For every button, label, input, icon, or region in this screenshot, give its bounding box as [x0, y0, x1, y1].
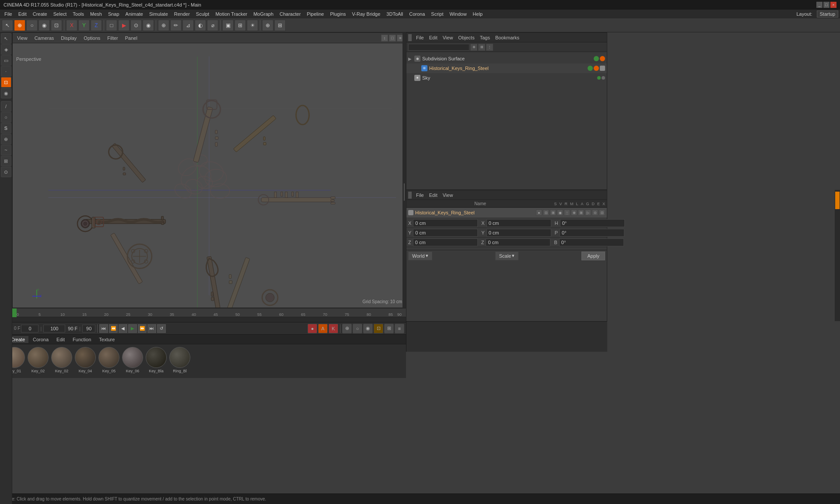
sidebar-mesh-btn[interactable]: ⊞ [1, 156, 11, 166]
coord-z-size[interactable] [486, 238, 550, 246]
mat-function-tab[interactable]: Function [69, 336, 94, 343]
sidebar-spiral-btn[interactable]: ⊕ [1, 134, 11, 144]
menu-simulate[interactable]: Simulate [147, 10, 171, 18]
material-keybla[interactable]: Key_Bla [145, 347, 167, 373]
vp-options-tab[interactable]: Options [81, 35, 103, 42]
minimize-button[interactable]: _ [816, 2, 822, 8]
menu-3dtoall[interactable]: 3DToAll [384, 10, 406, 18]
play-reverse-btn[interactable]: ◀ [119, 324, 127, 333]
attr-flag-8[interactable]: ▷ [585, 210, 591, 216]
menu-mograph[interactable]: MoGraph [251, 10, 276, 18]
scene-area[interactable]: Perspective [13, 43, 406, 308]
coord-x-pos[interactable] [413, 219, 478, 227]
menu-pipeline[interactable]: Pipeline [304, 10, 326, 18]
om-icon-btn-2[interactable]: ⊞ [478, 44, 485, 51]
axis-y-btn[interactable]: Y [78, 20, 90, 31]
display-sphere-btn[interactable]: ⊕ [158, 20, 169, 31]
om-file-menu[interactable]: File [414, 34, 426, 41]
menu-corona[interactable]: Corona [406, 10, 427, 18]
scene-svg[interactable]: Y Z [13, 43, 406, 308]
auto-key-btn[interactable]: A [318, 324, 328, 333]
attr-flag-9[interactable]: ⊙ [592, 210, 598, 216]
attr-flag-6[interactable]: ⊕ [571, 210, 577, 216]
object-item-sky[interactable]: ▶ ☀ Sky [406, 73, 607, 83]
expand-arrow-sky[interactable]: ▶ [408, 76, 413, 80]
go-start-btn[interactable]: ⏮ [99, 324, 108, 333]
attr-view-menu[interactable]: View [441, 192, 455, 199]
om-icon-btn-1[interactable]: ⊕ [470, 44, 477, 51]
close-button[interactable]: × [830, 2, 836, 8]
pb-extra-4[interactable]: ⊡ [374, 324, 383, 333]
vp-view-tab[interactable]: View [14, 35, 30, 42]
sidebar-deform-btn[interactable]: ~ [1, 145, 11, 155]
material-key04[interactable]: Key_04 [74, 347, 96, 373]
panel-resize-handle[interactable] [402, 32, 406, 352]
attr-flag-2[interactable]: ⊡ [543, 210, 549, 216]
live-selection-btn[interactable]: ⊕ [14, 20, 25, 31]
sky-flag-visible[interactable] [597, 76, 601, 80]
vp-expand-btn[interactable]: ↕ [381, 35, 388, 42]
menu-animate[interactable]: Animate [123, 10, 146, 18]
record-btn[interactable]: ▶ [118, 20, 130, 31]
rotate-tool-btn[interactable]: ◉ [38, 20, 50, 31]
scale-button[interactable]: Scale ▾ [495, 252, 519, 260]
menu-snap[interactable]: Snap [105, 10, 122, 18]
go-end-btn[interactable]: ⏭ [147, 324, 156, 333]
snap-btn[interactable]: ⊕ [262, 20, 273, 31]
menu-script[interactable]: Script [428, 10, 446, 18]
right-scroll-thumb[interactable] [835, 192, 840, 209]
attr-flag-5[interactable]: ⋮ [564, 210, 570, 216]
subdiv-flag-visible[interactable] [594, 56, 599, 61]
sidebar-edge-btn[interactable]: ▭ [1, 55, 11, 66]
transform-btn[interactable]: ⊡ [51, 20, 62, 31]
menu-edit[interactable]: Edit [16, 10, 29, 18]
cube-btn[interactable]: □ [106, 20, 117, 31]
layout-mode[interactable]: Startup [817, 10, 838, 18]
world-button[interactable]: World ▾ [408, 252, 432, 260]
menu-mesh[interactable]: Mesh [88, 10, 105, 18]
pb-extra-3[interactable]: ◉ [363, 324, 373, 333]
menu-tools[interactable]: Tools [70, 10, 87, 18]
sidebar-circle-btn[interactable]: ○ [1, 112, 11, 122]
menu-create[interactable]: Create [30, 10, 50, 18]
keys-flag-render[interactable] [594, 66, 599, 71]
om-bookmarks-menu[interactable]: Bookmarks [494, 34, 521, 41]
sidebar-line-btn[interactable]: / [1, 101, 11, 112]
scale-dropdown-arrow[interactable]: ▾ [512, 253, 514, 259]
menu-sculpt[interactable]: Sculpt [193, 10, 212, 18]
attr-flag-3[interactable]: ⊞ [550, 210, 556, 216]
om-search-input[interactable] [408, 44, 469, 51]
sky-flag-render[interactable] [602, 76, 605, 80]
mat-edit-tab[interactable]: Edit [53, 336, 68, 343]
panel-drag-handle[interactable] [408, 34, 412, 41]
material-btn[interactable]: ▣ [222, 20, 234, 31]
end-frame-input[interactable] [82, 325, 95, 332]
sidebar-select-btn[interactable]: ↖ [1, 33, 11, 44]
paint-btn[interactable]: ✏ [170, 20, 182, 31]
om-icon-btn-3[interactable]: ⋮ [486, 44, 493, 51]
right-scrollbar[interactable] [835, 190, 840, 321]
menu-window[interactable]: Window [447, 10, 469, 18]
attr-flag-7[interactable]: ⊞ [578, 210, 584, 216]
keys-flag-visible[interactable] [588, 66, 593, 71]
material-key05[interactable]: Key_05 [98, 347, 120, 373]
vp-panel-tab[interactable]: Panel [122, 35, 140, 42]
menu-motion-tracker[interactable]: Motion Tracker [213, 10, 250, 18]
material-ringbl[interactable]: Ring_Bl [169, 347, 191, 373]
material-key02b[interactable]: Key_02 [51, 347, 73, 373]
coord-x-size[interactable] [486, 219, 551, 227]
pb-extra-6[interactable]: ≡ [395, 324, 404, 333]
expand-arrow-subdiv[interactable]: ▶ [408, 56, 413, 61]
coord-y-size[interactable] [486, 229, 551, 237]
play-forward-btn[interactable]: ▶ [128, 324, 137, 333]
om-edit-menu[interactable]: Edit [427, 34, 439, 41]
grid-btn[interactable]: ⊞ [274, 20, 286, 31]
sidebar-polygon-btn[interactable]: ◈ [1, 44, 11, 55]
next-key-btn[interactable]: ⏩ [138, 324, 147, 333]
playback-speed-input[interactable] [43, 325, 65, 332]
vp-filter-tab[interactable]: Filter [105, 35, 120, 42]
current-frame-input[interactable] [21, 325, 38, 332]
menu-vray[interactable]: V-Ray Bridge [350, 10, 383, 18]
keys-texture-tag[interactable] [600, 66, 605, 71]
mat-corona-tab[interactable]: Corona [29, 336, 52, 343]
